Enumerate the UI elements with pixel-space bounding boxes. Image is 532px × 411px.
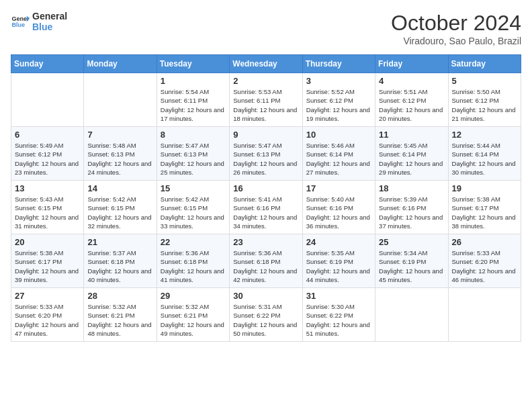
calendar-cell: 8Sunrise: 5:47 AM Sunset: 6:13 PM Daylig…	[157, 127, 229, 181]
day-number: 27	[15, 291, 80, 301]
svg-text:Blue: Blue	[11, 21, 25, 28]
day-info: Sunrise: 5:38 AM Sunset: 6:17 PM Dayligh…	[452, 195, 517, 230]
day-number: 3	[306, 76, 371, 86]
calendar-cell	[375, 288, 448, 342]
day-info: Sunrise: 5:47 AM Sunset: 6:13 PM Dayligh…	[161, 141, 226, 177]
calendar-cell: 21Sunrise: 5:37 AM Sunset: 6:18 PM Dayli…	[84, 234, 157, 288]
calendar-cell	[84, 73, 157, 127]
calendar-cell: 29Sunrise: 5:32 AM Sunset: 6:21 PM Dayli…	[157, 288, 229, 342]
calendar-week-5: 27Sunrise: 5:33 AM Sunset: 6:20 PM Dayli…	[11, 288, 521, 342]
calendar-cell: 6Sunrise: 5:49 AM Sunset: 6:12 PM Daylig…	[11, 127, 84, 181]
calendar-cell: 11Sunrise: 5:45 AM Sunset: 6:14 PM Dayli…	[375, 127, 448, 181]
day-info: Sunrise: 5:36 AM Sunset: 6:18 PM Dayligh…	[233, 248, 298, 284]
day-number: 4	[379, 76, 444, 86]
calendar-cell: 20Sunrise: 5:38 AM Sunset: 6:17 PM Dayli…	[11, 234, 84, 288]
day-number: 16	[233, 183, 298, 193]
day-info: Sunrise: 5:40 AM Sunset: 6:16 PM Dayligh…	[306, 195, 371, 230]
day-number: 5	[452, 76, 517, 86]
day-number: 22	[161, 237, 226, 247]
calendar-cell	[448, 288, 521, 342]
day-info: Sunrise: 5:54 AM Sunset: 6:11 PM Dayligh…	[161, 87, 226, 123]
calendar-cell: 15Sunrise: 5:42 AM Sunset: 6:15 PM Dayli…	[157, 181, 229, 234]
calendar-cell: 7Sunrise: 5:48 AM Sunset: 6:13 PM Daylig…	[84, 127, 157, 181]
logo-icon: General Blue	[11, 12, 30, 31]
calendar-week-2: 6Sunrise: 5:49 AM Sunset: 6:12 PM Daylig…	[11, 127, 521, 181]
calendar-week-4: 20Sunrise: 5:38 AM Sunset: 6:17 PM Dayli…	[11, 234, 521, 288]
calendar-cell: 9Sunrise: 5:47 AM Sunset: 6:13 PM Daylig…	[230, 127, 302, 181]
calendar-week-1: 1Sunrise: 5:54 AM Sunset: 6:11 PM Daylig…	[11, 73, 521, 127]
day-info: Sunrise: 5:34 AM Sunset: 6:19 PM Dayligh…	[379, 248, 444, 284]
day-info: Sunrise: 5:43 AM Sunset: 6:15 PM Dayligh…	[15, 195, 80, 230]
day-info: Sunrise: 5:46 AM Sunset: 6:14 PM Dayligh…	[306, 141, 371, 177]
location: Viradouro, Sao Paulo, Brazil	[391, 36, 521, 46]
day-number: 17	[306, 183, 371, 193]
day-number: 13	[15, 183, 80, 193]
day-number: 2	[233, 76, 298, 86]
calendar-cell: 30Sunrise: 5:31 AM Sunset: 6:22 PM Dayli…	[230, 288, 302, 342]
calendar-cell: 18Sunrise: 5:39 AM Sunset: 6:16 PM Dayli…	[375, 181, 448, 234]
day-number: 25	[379, 237, 444, 247]
day-info: Sunrise: 5:44 AM Sunset: 6:14 PM Dayligh…	[452, 141, 517, 177]
calendar-cell: 27Sunrise: 5:33 AM Sunset: 6:20 PM Dayli…	[11, 288, 84, 342]
day-info: Sunrise: 5:30 AM Sunset: 6:22 PM Dayligh…	[306, 302, 371, 338]
day-info: Sunrise: 5:48 AM Sunset: 6:13 PM Dayligh…	[87, 141, 152, 177]
day-number: 20	[15, 237, 80, 247]
calendar-cell	[11, 73, 84, 127]
calendar-cell: 22Sunrise: 5:36 AM Sunset: 6:18 PM Dayli…	[157, 234, 229, 288]
day-of-week-tuesday: Tuesday	[157, 55, 229, 73]
day-of-week-wednesday: Wednesday	[230, 55, 302, 73]
day-number: 29	[161, 291, 226, 301]
day-info: Sunrise: 5:37 AM Sunset: 6:18 PM Dayligh…	[87, 248, 152, 284]
day-info: Sunrise: 5:53 AM Sunset: 6:11 PM Dayligh…	[233, 87, 298, 123]
day-number: 7	[87, 130, 152, 140]
page-header: General Blue General Blue October 2024 V…	[11, 11, 521, 46]
day-info: Sunrise: 5:39 AM Sunset: 6:16 PM Dayligh…	[379, 195, 444, 230]
day-info: Sunrise: 5:51 AM Sunset: 6:12 PM Dayligh…	[379, 87, 444, 123]
calendar-header-row: SundayMondayTuesdayWednesdayThursdayFrid…	[11, 55, 521, 73]
logo-blue: Blue	[32, 21, 67, 32]
calendar-cell: 26Sunrise: 5:33 AM Sunset: 6:20 PM Dayli…	[448, 234, 521, 288]
day-info: Sunrise: 5:33 AM Sunset: 6:20 PM Dayligh…	[452, 248, 517, 284]
day-info: Sunrise: 5:31 AM Sunset: 6:22 PM Dayligh…	[233, 302, 298, 338]
day-number: 6	[15, 130, 80, 140]
day-number: 30	[233, 291, 298, 301]
day-info: Sunrise: 5:50 AM Sunset: 6:12 PM Dayligh…	[452, 87, 517, 123]
calendar-cell: 19Sunrise: 5:38 AM Sunset: 6:17 PM Dayli…	[448, 181, 521, 234]
calendar-cell: 31Sunrise: 5:30 AM Sunset: 6:22 PM Dayli…	[302, 288, 375, 342]
day-number: 31	[306, 291, 371, 301]
day-number: 8	[161, 130, 226, 140]
day-of-week-saturday: Saturday	[448, 55, 521, 73]
day-of-week-monday: Monday	[84, 55, 157, 73]
day-number: 14	[87, 183, 152, 193]
calendar-cell: 12Sunrise: 5:44 AM Sunset: 6:14 PM Dayli…	[448, 127, 521, 181]
logo: General Blue General Blue	[11, 11, 67, 32]
logo-general: General	[32, 11, 67, 21]
calendar-cell: 28Sunrise: 5:32 AM Sunset: 6:21 PM Dayli…	[84, 288, 157, 342]
day-info: Sunrise: 5:41 AM Sunset: 6:16 PM Dayligh…	[233, 195, 298, 230]
day-info: Sunrise: 5:49 AM Sunset: 6:12 PM Dayligh…	[15, 141, 80, 177]
day-info: Sunrise: 5:36 AM Sunset: 6:18 PM Dayligh…	[161, 248, 226, 284]
calendar-cell: 24Sunrise: 5:35 AM Sunset: 6:19 PM Dayli…	[302, 234, 375, 288]
day-info: Sunrise: 5:42 AM Sunset: 6:15 PM Dayligh…	[161, 195, 226, 230]
title-block: October 2024 Viradouro, Sao Paulo, Brazi…	[391, 11, 521, 46]
day-number: 11	[379, 130, 444, 140]
day-of-week-sunday: Sunday	[11, 55, 84, 73]
day-number: 21	[87, 237, 152, 247]
calendar-cell: 16Sunrise: 5:41 AM Sunset: 6:16 PM Dayli…	[230, 181, 302, 234]
day-info: Sunrise: 5:35 AM Sunset: 6:19 PM Dayligh…	[306, 248, 371, 284]
calendar-cell: 17Sunrise: 5:40 AM Sunset: 6:16 PM Dayli…	[302, 181, 375, 234]
day-number: 26	[452, 237, 517, 247]
day-info: Sunrise: 5:52 AM Sunset: 6:12 PM Dayligh…	[306, 87, 371, 123]
calendar-cell: 5Sunrise: 5:50 AM Sunset: 6:12 PM Daylig…	[448, 73, 521, 127]
month-title: October 2024	[391, 11, 521, 36]
day-number: 18	[379, 183, 444, 193]
day-number: 19	[452, 183, 517, 193]
day-info: Sunrise: 5:45 AM Sunset: 6:14 PM Dayligh…	[379, 141, 444, 177]
day-number: 24	[306, 237, 371, 247]
calendar-cell: 25Sunrise: 5:34 AM Sunset: 6:19 PM Dayli…	[375, 234, 448, 288]
day-info: Sunrise: 5:32 AM Sunset: 6:21 PM Dayligh…	[161, 302, 226, 338]
day-of-week-thursday: Thursday	[302, 55, 375, 73]
day-number: 15	[161, 183, 226, 193]
day-number: 1	[161, 76, 226, 86]
calendar-cell: 2Sunrise: 5:53 AM Sunset: 6:11 PM Daylig…	[230, 73, 302, 127]
